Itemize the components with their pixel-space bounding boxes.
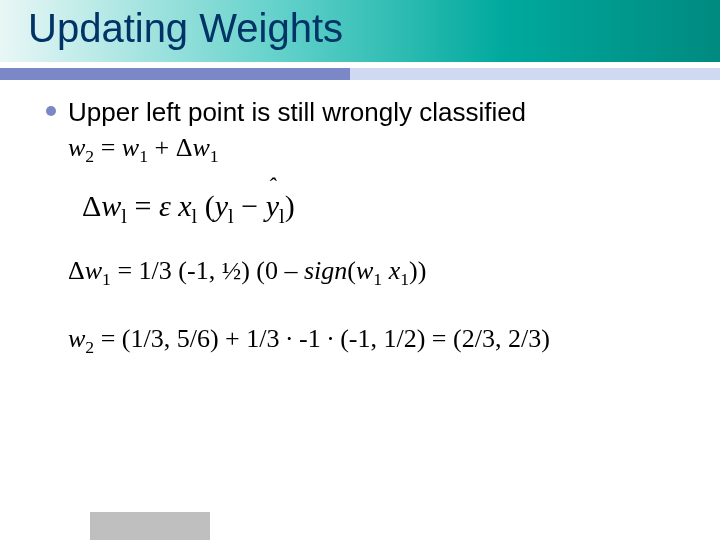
bullet-icon [46,106,56,116]
equation-w2-def: w2 = w1 + Δw1 [68,133,690,167]
bullet-item: Upper left point is still wrongly classi… [46,96,690,129]
equation-delta-formula: Δwl = ε xl (yl − yl) [82,189,690,228]
title-underline [0,62,720,80]
slide-title: Updating Weights [28,6,343,51]
slide-content: Upper left point is still wrongly classi… [46,96,690,358]
underline-dark [0,68,350,80]
bullet-text: Upper left point is still wrongly classi… [68,96,526,129]
equation-w2-result: w2 = (1/3, 5/6) + 1/3 · -1 · (-1, 1/2) =… [68,324,690,358]
footer-bar [90,512,210,540]
equation-delta-w1: Δw1 = 1/3 (-1, ½) (0 – sign(w1 x1)) [68,256,690,290]
